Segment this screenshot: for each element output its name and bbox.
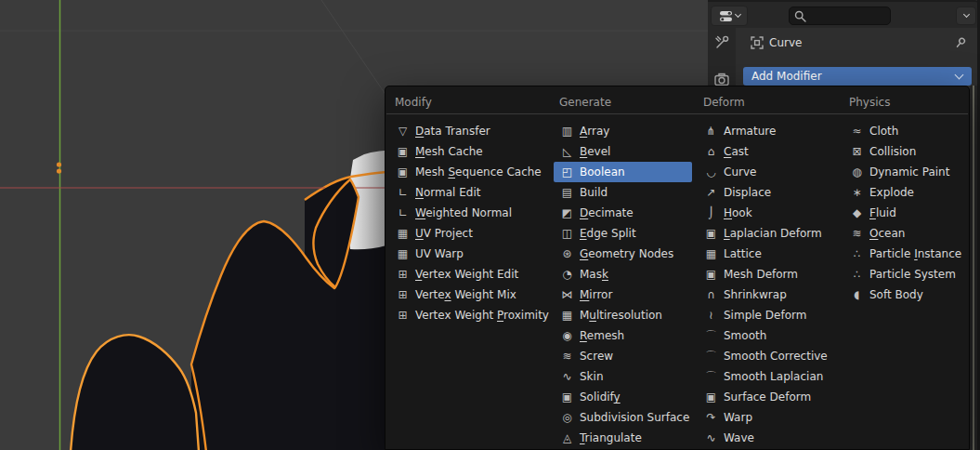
menu-item-label: Simple Deform [724,309,806,322]
menu-column-generate: Generate▥Array◺Bevel◰Boolean▤Build◩Decim… [554,92,692,448]
menu-item-collision[interactable]: ⊠Collision [836,141,970,162]
menu-item-mesh-deform[interactable]: ▣Mesh Deform [692,264,836,285]
menu-item-label: Armature [724,125,776,138]
editor-type-button[interactable] [711,6,748,26]
menu-item-mask[interactable]: ◔Mask [554,264,692,285]
menu-item-label: Cast [724,145,749,158]
menu-item-label: Shrinkwrap [724,288,787,301]
menu-header-separator [386,113,968,114]
menu-item-solidify[interactable]: ▣Solidify [554,387,692,407]
menu-item-uv-warp[interactable]: ▦UV Warp [385,244,554,264]
menu-item-label: Curve [724,165,756,179]
filter-chevron-icon [962,11,969,18]
menu-item-label: Laplacian Deform [724,227,822,240]
add-modifier-row: Add Modifier [736,58,980,86]
menu-item-mesh-sequence-cache[interactable]: ▣Mesh Sequence Cache [385,162,554,182]
menu-item-skin[interactable]: ∿Skin [554,366,692,387]
menu-item-decimate[interactable]: ◩Decimate [554,203,692,223]
search-box[interactable] [789,7,891,25]
menu-item-array[interactable]: ▥Array [554,121,692,141]
pin-icon[interactable] [954,36,967,49]
menu-item-bevel[interactable]: ◺Bevel [554,141,692,162]
menu-column-modify: Modify▽Data Transfer▣Mesh Cache▣Mesh Seq… [385,92,554,325]
menu-item-data-transfer[interactable]: ▽Data Transfer [385,121,554,141]
menu-item-triangulate[interactable]: ◬Triangulate [554,428,692,448]
menu-item-smooth-laplacian[interactable]: ⌒Smooth Laplacian [692,366,836,387]
menu-item-mesh-cache[interactable]: ▣Mesh Cache [385,141,554,162]
menu-item-label: Normal Edit [415,186,480,199]
menu-item-wave[interactable]: ∿Wave [692,428,836,448]
menu-item-soft-body[interactable]: ◖Soft Body [836,285,970,305]
menu-item-uv-project[interactable]: ▦UV Project [385,223,554,244]
menu-item-mirror[interactable]: ⋈Mirror [554,285,692,305]
remesh-icon: ◉ [559,329,575,342]
menu-item-remesh[interactable]: ◉Remesh [554,325,692,346]
menu-item-particle-system[interactable]: ∴Particle System [836,264,970,285]
menu-item-screw[interactable]: ≋Screw [554,346,692,366]
menu-item-shrinkwrap[interactable]: ∩Shrinkwrap [692,285,836,305]
mesh-deform-icon: ▣ [703,268,719,281]
edge-split-icon: ◫ [559,227,575,240]
menu-item-label: Particle Instance [869,247,961,260]
curve-object-hill[interactable] [71,335,199,450]
wave-icon: ∿ [703,431,719,444]
menu-item-boolean[interactable]: ◰Boolean [554,162,692,182]
ocean-icon: ≋ [849,227,865,240]
mask-icon: ◔ [559,268,575,281]
menu-item-label: Skin [580,370,604,383]
menu-item-explode[interactable]: ∗Explode [836,182,970,203]
mesh-sequence-cache-icon: ▣ [395,165,411,179]
menu-item-normal-edit[interactable]: ∟Normal Edit [385,182,554,203]
menu-item-build[interactable]: ▤Build [554,182,692,203]
menu-item-vertex-weight-mix[interactable]: ⊞Vertex Weight Mix [385,285,554,305]
menu-item-cloth[interactable]: ≈Cloth [836,121,970,141]
menu-item-label: Surface Deform [724,390,811,404]
menu-column-physics: Physics≈Cloth⊠Collision◍Dynamic Paint∗Ex… [836,92,970,305]
menu-item-smooth-corrective[interactable]: ⌒Smooth Corrective [692,346,836,366]
menu-item-label: Mesh Sequence Cache [415,165,542,179]
menu-item-label: Smooth [724,329,766,342]
menu-item-warp[interactable]: ↷Warp [692,407,836,428]
menu-item-armature[interactable]: ⋔Armature [692,121,836,141]
menu-item-displace[interactable]: ↗Displace [692,182,836,203]
menu-item-label: Build [580,186,608,199]
menu-item-surface-deform[interactable]: ▣Surface Deform [692,387,836,407]
menu-item-geometry-nodes[interactable]: ⊛Geometry Nodes [554,244,692,264]
shrinkwrap-icon: ∩ [703,288,719,301]
menu-item-hook[interactable]: ⌡Hook [692,203,836,223]
menu-item-ocean[interactable]: ≋Ocean [836,223,970,244]
menu-item-smooth[interactable]: ⌒Smooth [692,325,836,346]
menu-item-laplacian-deform[interactable]: ▣Laplacian Deform [692,223,836,244]
search-input[interactable] [806,8,884,23]
menu-item-weighted-normal[interactable]: ∟Weighted Normal [385,203,554,223]
menu-item-edge-split[interactable]: ◫Edge Split [554,223,692,244]
control-point-1[interactable] [57,162,61,166]
uv-warp-icon: ▦ [395,247,411,260]
control-point-2[interactable] [57,168,61,173]
menu-item-vertex-weight-proximity[interactable]: ⊞Vertex Weight Proximity [385,305,554,325]
menu-item-label: Vertex Weight Proximity [415,309,549,322]
menu-item-cast[interactable]: ⌂Cast [692,141,836,162]
menu-item-curve[interactable]: ◡Curve [692,162,836,182]
menu-item-multiresolution[interactable]: ▦Multiresolution [554,305,692,325]
menu-item-particle-instance[interactable]: ∴Particle Instance [836,244,970,264]
menu-item-subdivision-surface[interactable]: ◎Subdivision Surface [554,407,692,428]
multiresolution-icon: ▦ [559,309,575,322]
armature-icon: ⋔ [703,125,719,138]
menu-item-fluid[interactable]: ◆Fluid [836,203,970,223]
warp-icon: ↷ [703,411,719,424]
add-modifier-button[interactable]: Add Modifier [743,67,972,86]
menu-item-simple-deform[interactable]: ≀Simple Deform [692,305,836,325]
menu-item-label: Subdivision Surface [580,411,689,424]
menu-item-label: Lattice [724,247,762,260]
filter-dropdown-button[interactable] [956,7,976,25]
tab-tool[interactable] [708,28,736,58]
scrollbar[interactable] [973,86,974,450]
menu-item-lattice[interactable]: ▦Lattice [692,244,836,264]
menu-item-vertex-weight-edit[interactable]: ⊞Vertex Weight Edit [385,264,554,285]
menu-item-label: Bevel [580,145,610,158]
object-data-icon [751,36,764,49]
menu-item-label: Data Transfer [415,125,490,138]
menu-item-label: UV Warp [415,247,464,260]
menu-item-dynamic-paint[interactable]: ◍Dynamic Paint [836,162,970,182]
